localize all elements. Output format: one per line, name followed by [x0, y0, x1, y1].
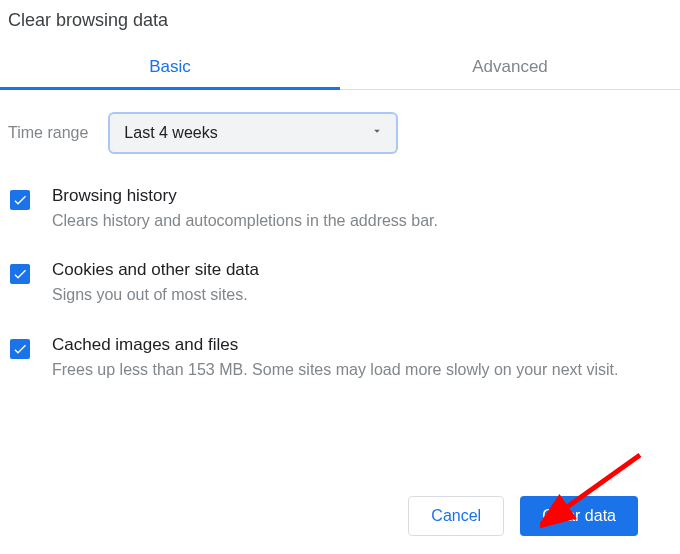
option-description: Signs you out of most sites. [52, 284, 259, 306]
time-range-select[interactable]: Last 4 weeks [108, 112, 398, 154]
check-icon [12, 192, 28, 208]
option-title: Browsing history [52, 186, 438, 206]
cancel-button[interactable]: Cancel [408, 496, 504, 536]
option-cached: Cached images and files Frees up less th… [10, 319, 670, 393]
checkbox-cookies[interactable] [10, 264, 30, 284]
option-text: Cached images and files Frees up less th… [52, 335, 618, 381]
check-icon [12, 266, 28, 282]
clear-data-button[interactable]: Clear data [520, 496, 638, 536]
time-range-value: Last 4 weeks [124, 124, 217, 142]
time-range-select-wrap: Last 4 weeks [108, 112, 398, 154]
option-title: Cookies and other site data [52, 260, 259, 280]
option-text: Browsing history Clears history and auto… [52, 186, 438, 232]
option-cookies: Cookies and other site data Signs you ou… [10, 244, 670, 318]
time-range-label: Time range [8, 124, 88, 142]
options-list: Browsing history Clears history and auto… [0, 164, 680, 393]
checkbox-cached[interactable] [10, 339, 30, 359]
dialog-buttons: Cancel Clear data [408, 496, 638, 536]
tabs: Basic Advanced [0, 47, 680, 90]
check-icon [12, 341, 28, 357]
option-browsing-history: Browsing history Clears history and auto… [10, 170, 670, 244]
option-description: Clears history and autocompletions in th… [52, 210, 438, 232]
option-text: Cookies and other site data Signs you ou… [52, 260, 259, 306]
option-title: Cached images and files [52, 335, 618, 355]
time-range-row: Time range Last 4 weeks [0, 90, 680, 164]
checkbox-browsing-history[interactable] [10, 190, 30, 210]
tab-basic[interactable]: Basic [0, 47, 340, 89]
option-description: Frees up less than 153 MB. Some sites ma… [52, 359, 618, 381]
dialog-title: Clear browsing data [0, 0, 680, 47]
tab-advanced[interactable]: Advanced [340, 47, 680, 89]
